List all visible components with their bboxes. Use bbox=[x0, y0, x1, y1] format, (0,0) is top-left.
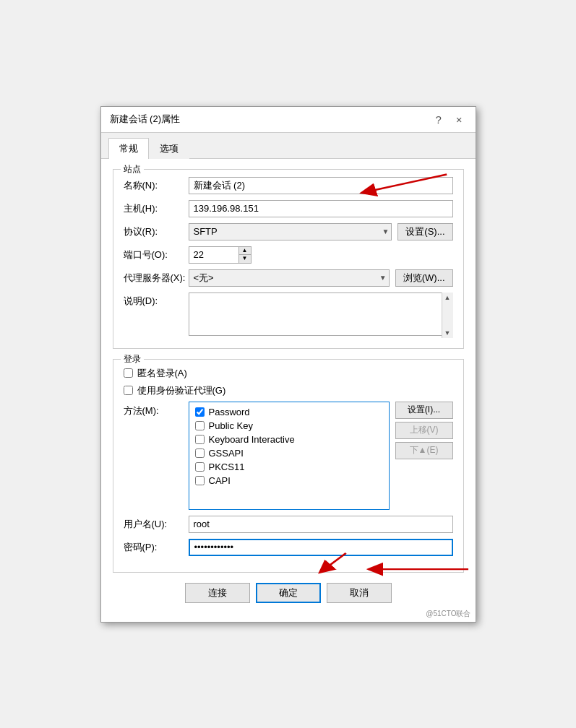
scroll-down-icon[interactable]: ▼ bbox=[443, 328, 452, 338]
ok-button[interactable]: 确定 bbox=[256, 583, 321, 603]
cancel-button[interactable]: 取消 bbox=[327, 583, 392, 603]
auth-agent-label: 使用身份验证代理(G) bbox=[137, 384, 226, 397]
method-gssapi-label: GSSAPI bbox=[209, 448, 244, 459]
station-section-label: 站点 bbox=[121, 163, 144, 176]
port-input[interactable] bbox=[189, 246, 239, 264]
method-pkcs11-checkbox[interactable] bbox=[195, 462, 205, 472]
content-area: 站点 名称(N): 主机(H): 协议(R): SFTP FTP SCP ▼ bbox=[101, 159, 476, 622]
station-section: 站点 名称(N): 主机(H): 协议(R): SFTP FTP SCP ▼ bbox=[113, 169, 464, 349]
method-gssapi: GSSAPI bbox=[195, 448, 383, 459]
name-input[interactable] bbox=[189, 177, 453, 194]
method-password-checkbox[interactable] bbox=[195, 407, 205, 417]
anon-label: 匿名登录(A) bbox=[137, 367, 187, 380]
method-gssapi-checkbox[interactable] bbox=[195, 448, 205, 458]
method-capi: CAPI bbox=[195, 475, 383, 486]
port-spinner-btns: ▲ ▼ bbox=[239, 246, 252, 264]
port-spinner: ▲ ▼ bbox=[189, 246, 453, 264]
method-keyboard-label: Keyboard Interactive bbox=[209, 434, 295, 445]
watermark: @51CTO联合 bbox=[426, 609, 470, 619]
port-label: 端口号(O): bbox=[124, 248, 189, 261]
method-content: Password Public Key Keyboard Interactive bbox=[189, 402, 453, 510]
title-bar: 新建会话 (2)属性 ? × bbox=[101, 107, 476, 133]
tabs: 常规 选项 bbox=[101, 133, 476, 159]
username-label: 用户名(U): bbox=[124, 518, 189, 531]
port-up-btn[interactable]: ▲ bbox=[239, 247, 251, 255]
scrollbar: ▲ ▼ bbox=[442, 292, 453, 338]
method-up-button[interactable]: 上移(V) bbox=[395, 422, 453, 439]
login-section-label: 登录 bbox=[121, 353, 144, 365]
proxy-row: 代理服务器(X): <无> ▼ 浏览(W)... bbox=[124, 269, 453, 287]
method-row: 方法(M): Password Public Key K bbox=[124, 402, 453, 510]
method-pkcs11-label: PKCS11 bbox=[209, 462, 245, 472]
host-input[interactable] bbox=[189, 200, 453, 217]
method-buttons: 设置(I)... 上移(V) 下▲(E) bbox=[395, 402, 453, 459]
method-publickey-label: Public Key bbox=[209, 420, 253, 431]
host-row: 主机(H): bbox=[124, 200, 453, 217]
bottom-buttons: 连接 确定 取消 bbox=[113, 573, 464, 612]
dialog-title: 新建会话 (2)属性 bbox=[110, 113, 181, 126]
auth-agent-checkbox[interactable] bbox=[124, 386, 133, 395]
name-label: 名称(N): bbox=[124, 179, 189, 192]
name-row: 名称(N): bbox=[124, 177, 453, 194]
browse-button[interactable]: 浏览(W)... bbox=[395, 269, 453, 287]
tab-general[interactable]: 常规 bbox=[108, 138, 149, 159]
proxy-select[interactable]: <无> bbox=[189, 269, 390, 287]
help-button[interactable]: ? bbox=[431, 113, 445, 126]
username-row: 用户名(U): bbox=[124, 516, 453, 533]
protocol-row: 协议(R): SFTP FTP SCP ▼ 设置(S)... bbox=[124, 223, 453, 240]
close-button[interactable]: × bbox=[452, 113, 467, 126]
method-publickey-checkbox[interactable] bbox=[195, 421, 205, 430]
scroll-up-icon[interactable]: ▲ bbox=[443, 292, 452, 303]
method-capi-checkbox[interactable] bbox=[195, 476, 205, 485]
desc-row: 说明(D): ▲ ▼ bbox=[124, 292, 453, 338]
method-keyboard-checkbox[interactable] bbox=[195, 435, 205, 444]
title-bar-controls: ? × bbox=[431, 113, 466, 126]
password-input[interactable] bbox=[189, 539, 453, 556]
username-input[interactable] bbox=[189, 516, 453, 533]
anon-checkbox[interactable] bbox=[124, 368, 133, 378]
port-down-btn[interactable]: ▼ bbox=[239, 255, 251, 263]
method-list[interactable]: Password Public Key Keyboard Interactive bbox=[189, 402, 390, 510]
method-password: Password bbox=[195, 407, 383, 417]
method-publickey: Public Key bbox=[195, 420, 383, 431]
host-label: 主机(H): bbox=[124, 202, 189, 215]
dialog: 新建会话 (2)属性 ? × 常规 选项 站点 名称(N): 主机(H): 协议… bbox=[100, 106, 476, 623]
method-keyboard: Keyboard Interactive bbox=[195, 434, 383, 445]
protocol-select-wrap: SFTP FTP SCP ▼ bbox=[189, 223, 392, 240]
protocol-select[interactable]: SFTP FTP SCP bbox=[189, 223, 392, 240]
auth-agent-row: 使用身份验证代理(G) bbox=[124, 384, 453, 397]
method-down-button[interactable]: 下▲(E) bbox=[395, 442, 453, 459]
method-label: 方法(M): bbox=[124, 402, 189, 417]
tab-options[interactable]: 选项 bbox=[149, 138, 189, 159]
port-row: 端口号(O): ▲ ▼ bbox=[124, 246, 453, 264]
password-label: 密码(P): bbox=[124, 541, 189, 554]
textarea-wrap: ▲ ▼ bbox=[189, 292, 453, 338]
protocol-label: 协议(R): bbox=[124, 225, 189, 238]
password-row: 密码(P): bbox=[124, 539, 453, 556]
method-settings-button[interactable]: 设置(I)... bbox=[395, 402, 453, 419]
method-capi-label: CAPI bbox=[209, 475, 231, 486]
method-pkcs11: PKCS11 bbox=[195, 462, 383, 472]
proxy-select-wrap: <无> ▼ bbox=[189, 269, 390, 287]
desc-textarea[interactable] bbox=[189, 292, 453, 336]
desc-label: 说明(D): bbox=[124, 292, 189, 308]
settings-station-button[interactable]: 设置(S)... bbox=[397, 223, 452, 240]
method-password-label: Password bbox=[209, 407, 250, 417]
anon-row: 匿名登录(A) bbox=[124, 367, 453, 380]
login-section: 登录 匿名登录(A) 使用身份验证代理(G) 方法(M): Password bbox=[113, 359, 464, 573]
connect-button[interactable]: 连接 bbox=[185, 583, 250, 603]
proxy-label: 代理服务器(X): bbox=[124, 272, 189, 285]
